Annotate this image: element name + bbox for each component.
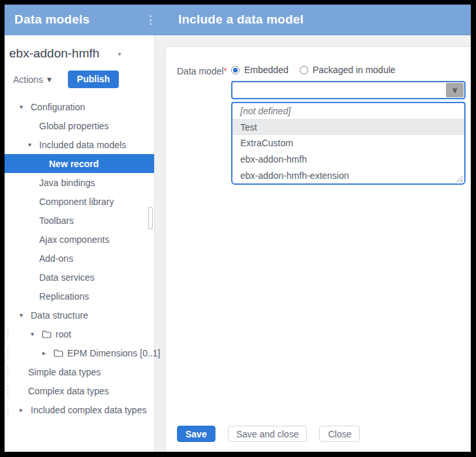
sidebar-item-label: Complex data types xyxy=(28,386,109,396)
sidebar-item-replications[interactable]: Replications xyxy=(5,287,154,306)
model-name: ebx-addon-hmfh xyxy=(9,46,99,61)
sidebar-item-toolbars[interactable]: Toolbars xyxy=(5,211,154,230)
sidebar-item-root[interactable]: ▾root xyxy=(5,324,154,343)
field-label: Data model* xyxy=(177,64,231,76)
radio-icon xyxy=(231,66,240,74)
dropdown-option-label: ebx-addon-hmfh xyxy=(240,154,307,165)
sidebar-item-label: Included complex data types xyxy=(31,405,146,415)
actions-label: Actions xyxy=(13,74,43,85)
dropdown-option-test[interactable]: Test xyxy=(232,119,464,136)
sidebar-item-component-library[interactable]: Component library xyxy=(5,192,154,211)
sidebar: ebx-addon-hmfh ▾ Actions ▼ Publish ▾Conf… xyxy=(5,35,155,452)
radio-icon xyxy=(300,66,308,74)
sidebar-item-label: Toolbars xyxy=(39,215,74,226)
close-button[interactable]: Close xyxy=(319,426,360,442)
sidebar-item-included-data-models[interactable]: ▾Included data models xyxy=(5,135,154,154)
sidebar-item-label: Replications xyxy=(39,291,89,302)
caret-down-icon[interactable]: ▾ xyxy=(28,141,37,148)
dropdown-option-label: Test xyxy=(240,122,257,133)
caret-down-icon[interactable]: ▾ xyxy=(31,330,39,338)
model-selector[interactable]: ebx-addon-hmfh ▾ xyxy=(9,46,154,61)
sidebar-item-label: root xyxy=(56,329,71,339)
main-header: Include a data model xyxy=(165,5,471,35)
dropdown-option-not-defined[interactable]: [not defined] xyxy=(232,103,464,119)
main-area: Data model* Embedded Packaged in m xyxy=(155,35,471,452)
sidebar-item-label: New record xyxy=(49,159,99,169)
save-button[interactable]: Save xyxy=(177,426,215,442)
sidebar-item-new-record[interactable]: New record xyxy=(5,154,154,173)
actions-menu[interactable]: Actions ▼ xyxy=(13,74,52,85)
sidebar-item-ajax-components[interactable]: Ajax components xyxy=(5,230,154,249)
dropdown-option-ebx-addon-hmfh-extension[interactable]: ebx-addon-hmfh-extension xyxy=(232,167,464,183)
caret-down-icon[interactable]: ▾ xyxy=(20,103,28,110)
sidebar-header: Data models ⋮ xyxy=(5,5,165,35)
sidebar-item-global-properties[interactable]: Global properties xyxy=(5,116,154,135)
chevron-down-icon: ▼ xyxy=(452,87,458,94)
top-header: Data models ⋮ Include a data model xyxy=(5,5,471,35)
sidebar-item-label: Data structure xyxy=(31,310,88,321)
caret-right-icon[interactable]: ▸ xyxy=(42,349,51,356)
dropdown-option-extracustom[interactable]: ExtraCustom xyxy=(232,135,464,151)
sidebar-item-label: Included data models xyxy=(39,140,126,150)
dropdown-option-label: [not defined] xyxy=(240,106,291,116)
kebab-menu-icon[interactable]: ⋮ xyxy=(142,12,159,27)
radio-group: Embedded Packaged in module xyxy=(231,65,466,75)
radio-packaged-in-module[interactable]: Packaged in module xyxy=(300,65,396,75)
dropdown-option-label: ebx-addon-hmfh-extension xyxy=(240,170,349,181)
sidebar-item-label: Component library xyxy=(39,197,114,207)
field-label-text: Data model xyxy=(177,66,224,76)
sidebar-item-included-complex-data-types[interactable]: ▸Included complex data types xyxy=(5,400,154,419)
form-panel: Data model* Embedded Packaged in m xyxy=(165,46,471,452)
chevron-down-icon: ▼ xyxy=(47,76,52,83)
folder-icon xyxy=(54,349,63,357)
save-and-close-button[interactable]: Save and close xyxy=(228,426,308,442)
sidebar-item-complex-data-types[interactable]: Complex data types xyxy=(5,381,154,400)
app-window: Data models ⋮ Include a data model ebx-a… xyxy=(5,5,471,452)
sidebar-item-java-bindings[interactable]: Java bindings xyxy=(5,173,154,192)
folder-icon xyxy=(42,330,52,338)
sidebar-scrollbar-thumb[interactable] xyxy=(148,207,153,229)
form-footer: Save Save and close Close xyxy=(166,426,471,452)
dropdown-list: [not defined]TestExtraCustomebx-addon-hm… xyxy=(231,102,466,185)
sidebar-item-label: Add-ons xyxy=(39,253,73,264)
sidebar-tree: ▾ConfigurationGlobal properties▾Included… xyxy=(5,97,154,419)
sidebar-item-data-services[interactable]: Data services xyxy=(5,268,154,287)
required-marker: * xyxy=(224,66,227,76)
data-model-combobox[interactable]: ▼ xyxy=(231,81,466,99)
radio-embedded[interactable]: Embedded xyxy=(231,65,289,75)
sidebar-item-add-ons[interactable]: Add-ons xyxy=(5,249,154,268)
radio-label: Packaged in module xyxy=(313,65,396,75)
sidebar-title: Data models xyxy=(14,12,89,27)
data-model-field: Data model* Embedded Packaged in m xyxy=(177,64,466,185)
caret-right-icon[interactable]: ▸ xyxy=(20,406,28,413)
sidebar-item-label: EPM Dimensions [0..1] xyxy=(67,348,160,358)
publish-button[interactable]: Publish xyxy=(68,71,119,88)
combobox-dropdown-button[interactable]: ▼ xyxy=(446,83,464,97)
caret-down-icon[interactable]: ▾ xyxy=(20,311,28,319)
sidebar-item-label: Configuration xyxy=(31,102,85,112)
sidebar-item-label: Simple data types xyxy=(28,367,101,377)
sidebar-item-label: Java bindings xyxy=(39,178,95,188)
sidebar-item-label: Ajax components xyxy=(39,234,109,245)
sidebar-item-simple-data-types[interactable]: Simple data types xyxy=(5,362,154,381)
field-column: Embedded Packaged in module ▼ xyxy=(231,64,466,185)
sidebar-item-configuration[interactable]: ▾Configuration xyxy=(5,97,154,116)
actions-row: Actions ▼ Publish xyxy=(13,71,154,88)
page-title: Include a data model xyxy=(178,12,304,27)
sidebar-item-data-structure[interactable]: ▾Data structure xyxy=(5,306,154,324)
dropdown-option-ebx-addon-hmfh[interactable]: ebx-addon-hmfh xyxy=(232,151,464,168)
sidebar-item-epm-dimensions-0-1[interactable]: ▸EPM Dimensions [0..1] xyxy=(5,343,154,362)
sidebar-item-label: Data services xyxy=(39,272,95,283)
sidebar-item-label: Global properties xyxy=(39,121,109,131)
dropdown-option-label: ExtraCustom xyxy=(240,138,293,148)
chevron-down-icon: ▾ xyxy=(118,50,121,57)
form-body: Data model* Embedded Packaged in m xyxy=(166,47,471,185)
radio-label: Embedded xyxy=(244,65,289,75)
